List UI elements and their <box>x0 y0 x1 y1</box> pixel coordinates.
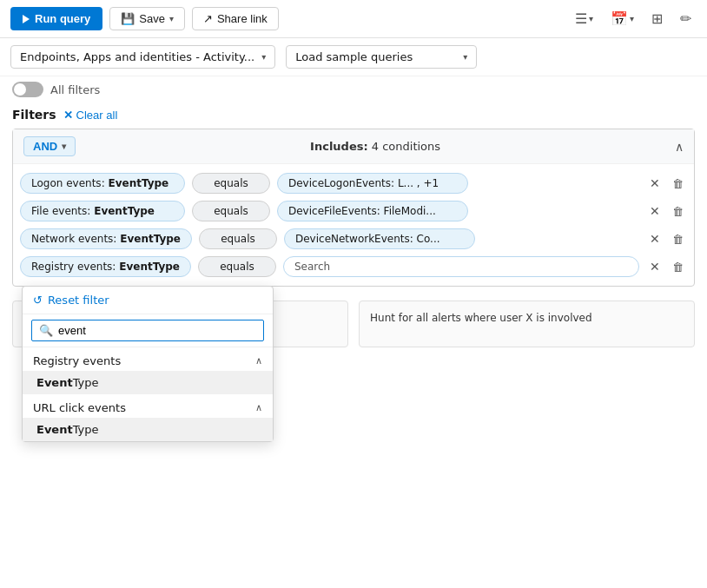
calendar-icon: 📅 <box>611 10 628 27</box>
filter-row: Logon events: EventType equals DeviceLog… <box>20 169 687 197</box>
search-icon: 🔍 <box>39 324 53 337</box>
edit-icon: ✏ <box>680 10 691 27</box>
all-filters-toggle[interactable] <box>12 82 43 97</box>
run-query-button[interactable]: Run query <box>10 7 102 30</box>
field-chip-active[interactable]: Registry events: EventType <box>20 256 191 277</box>
data-source-dropdown[interactable]: Endpoints, Apps and identities - Activit… <box>10 45 275 69</box>
popup-search-input[interactable] <box>58 324 256 337</box>
suggestion-card-2[interactable]: Hunt for all alerts where user X is invo… <box>359 301 695 347</box>
share-label: Share link <box>217 12 268 25</box>
field-chip[interactable]: Logon events: EventType <box>20 173 185 194</box>
chevron-down-icon: ▾ <box>630 14 634 23</box>
table-icon-button[interactable]: ⊞ <box>646 9 668 29</box>
and-label: AND <box>33 140 57 153</box>
save-button[interactable]: 💾 Save ▾ <box>109 7 185 30</box>
popup-item-url-eventtype[interactable]: EventType <box>23 418 273 441</box>
delete-row-button[interactable]: 🗑 <box>669 231 687 248</box>
row-actions: ✕ 🗑 <box>646 258 687 275</box>
field-chip[interactable]: File events: EventType <box>20 201 185 221</box>
x-icon: ✕ <box>63 109 73 122</box>
popup-group-title-registry: Registry events <box>33 354 121 367</box>
filters-title: Filters <box>12 108 56 122</box>
reset-filter-button[interactable]: ↺ Reset filter <box>23 287 273 314</box>
popup-content: Registry events ∧ EventType URL click ev… <box>23 347 273 441</box>
popup-search-container: 🔍 <box>31 320 264 341</box>
edit-icon-button[interactable]: ✏ <box>675 9 697 29</box>
sample-queries-label: Load sample queries <box>295 50 413 63</box>
search-value-chip[interactable]: Search <box>283 256 639 277</box>
value-chip[interactable]: DeviceNetworkEvents: Co... <box>284 228 475 249</box>
popup-item-registry-eventtype[interactable]: EventType <box>23 371 273 394</box>
filter-area-header: AND ▾ Includes: 4 conditions ∧ <box>13 129 694 164</box>
filter-rows: Logon events: EventType equals DeviceLog… <box>13 164 694 286</box>
clear-value-button[interactable]: ✕ <box>646 230 664 248</box>
toolbar: Run query 💾 Save ▾ ↗ Share link ☰ ▾ 📅 ▾ … <box>0 0 707 38</box>
popup-group-url: URL click events ∧ EventType <box>23 394 273 441</box>
operator-chip[interactable]: equals <box>199 228 277 249</box>
delete-row-button[interactable]: 🗑 <box>669 259 687 275</box>
collapse-group-icon: ∧ <box>255 402 262 413</box>
filter-area: AND ▾ Includes: 4 conditions ∧ Logon eve… <box>12 129 695 287</box>
delete-row-button[interactable]: 🗑 <box>669 175 687 192</box>
chevron-down-icon: ▾ <box>589 14 593 23</box>
includes-label: Includes: 4 conditions <box>310 140 440 153</box>
clear-all-button[interactable]: ✕ Clear all <box>63 109 118 122</box>
operator-chip[interactable]: equals <box>192 201 270 221</box>
calendar-icon-button[interactable]: 📅 ▾ <box>605 9 639 29</box>
row-actions: ✕ 🗑 <box>646 230 687 248</box>
popup-group-header-registry[interactable]: Registry events ∧ <box>23 347 273 371</box>
chevron-down-icon: ▾ <box>62 142 66 151</box>
operator-chip[interactable]: equals <box>198 256 276 277</box>
table-icon: ⊞ <box>651 10 663 27</box>
field-chip[interactable]: Network events: EventType <box>20 228 192 249</box>
list-icon: ☰ <box>575 10 587 27</box>
value-chip[interactable]: DeviceLogonEvents: L... , +1 <box>277 173 468 194</box>
chevron-down-icon: ▾ <box>463 52 467 62</box>
chevron-down-icon: ▾ <box>261 52 266 62</box>
save-label: Save <box>139 12 165 25</box>
list-icon-button[interactable]: ☰ ▾ <box>570 9 598 29</box>
delete-row-button[interactable]: 🗑 <box>669 203 687 220</box>
popup-search-row: 🔍 <box>23 314 273 347</box>
operator-chip[interactable]: equals <box>192 173 270 194</box>
includes-text: Includes: <box>310 140 368 153</box>
conditions-count: 4 conditions <box>372 140 440 153</box>
filters-header: Filters ✕ Clear all <box>0 102 707 129</box>
filter-dropdown-popup: ↺ Reset filter 🔍 Registry events ∧ Event… <box>22 286 274 442</box>
toolbar-icons: ☰ ▾ 📅 ▾ ⊞ ✏ <box>570 9 697 29</box>
clear-value-button[interactable]: ✕ <box>646 258 664 275</box>
reset-icon: ↺ <box>33 294 43 307</box>
reset-filter-label: Reset filter <box>48 294 109 307</box>
share-button[interactable]: ↗ Share link <box>192 7 279 30</box>
filter-row: Network events: EventType equals DeviceN… <box>20 225 687 253</box>
popup-group-registry: Registry events ∧ EventType <box>23 347 273 394</box>
collapse-group-icon: ∧ <box>255 355 262 367</box>
clear-value-button[interactable]: ✕ <box>646 202 664 220</box>
popup-group-header-url[interactable]: URL click events ∧ <box>23 394 273 418</box>
all-filters-row: All filters <box>0 76 707 102</box>
share-icon: ↗ <box>203 12 213 25</box>
run-query-label: Run query <box>35 12 90 25</box>
sample-queries-dropdown[interactable]: Load sample queries ▾ <box>286 45 477 69</box>
value-chip[interactable]: DeviceFileEvents: FileModi... <box>277 201 468 221</box>
clear-value-button[interactable]: ✕ <box>646 175 664 192</box>
save-icon: 💾 <box>121 12 135 25</box>
row-actions: ✕ 🗑 <box>646 175 687 192</box>
row-actions: ✕ 🗑 <box>646 202 687 220</box>
filter-row-active: Registry events: EventType equals Search… <box>20 253 687 281</box>
clear-all-label: Clear all <box>76 109 118 122</box>
dropdowns-row: Endpoints, Apps and identities - Activit… <box>0 38 707 76</box>
play-icon <box>23 15 30 23</box>
filter-row: File events: EventType equals DeviceFile… <box>20 197 687 225</box>
data-source-label: Endpoints, Apps and identities - Activit… <box>20 50 254 63</box>
suggestion-text-2: Hunt for all alerts where user X is invo… <box>370 312 592 324</box>
all-filters-label: All filters <box>50 83 100 96</box>
collapse-button[interactable]: ∧ <box>675 140 684 154</box>
and-operator-button[interactable]: AND ▾ <box>23 136 76 156</box>
chevron-down-icon: ▾ <box>169 14 174 23</box>
popup-group-title-url: URL click events <box>33 401 126 414</box>
